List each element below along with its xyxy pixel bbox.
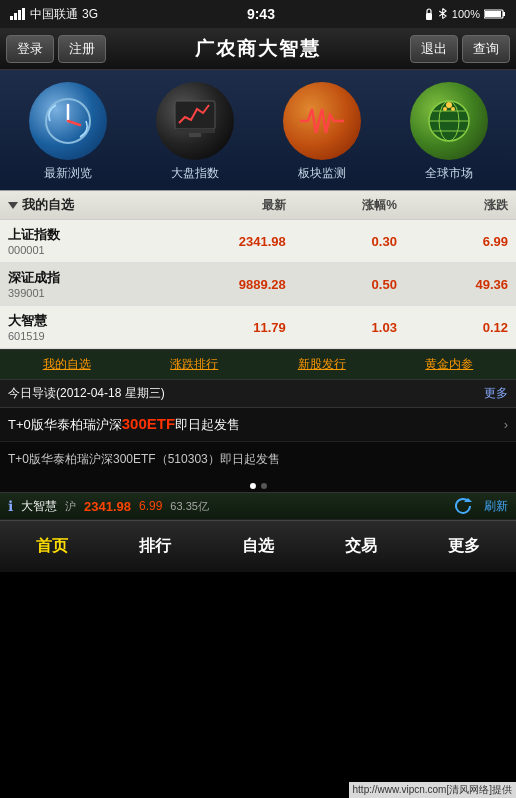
tab-watchlist[interactable]: 我的自选: [4, 354, 130, 375]
watermark: http://www.vipcn.com[清风网络]提供: [349, 782, 516, 798]
svg-rect-13: [189, 133, 201, 137]
news-body-text: T+0版华泰柏瑞沪深300ETF（510303）即日起发售: [8, 452, 280, 466]
stock-code-2: 601519: [8, 330, 175, 342]
stock-name-area-1: 深证成指 399001: [8, 269, 175, 299]
tab-ipo[interactable]: 新股发行: [259, 354, 385, 375]
stock-name-area-2: 大智慧 601519: [8, 312, 175, 342]
register-button[interactable]: 注册: [58, 35, 106, 63]
stock-change-1: 49.36: [397, 277, 508, 292]
collapse-icon: [8, 202, 18, 209]
news-headline-highlight: 300ETF: [122, 415, 175, 432]
bluetooth-icon: [438, 8, 448, 20]
watchlist-col-changepct: 涨幅%: [286, 197, 397, 214]
status-carrier: 中国联通 3G: [10, 6, 98, 23]
info-bar: ℹ 大智慧 沪 2341.98 6.99 63.35亿 刷新: [0, 492, 516, 520]
stock-changepct-1: 0.50: [286, 277, 397, 292]
news-header: 今日导读(2012-04-18 星期三) 更多: [0, 380, 516, 408]
latest-browse-label: 最新浏览: [44, 165, 92, 182]
status-right: 100%: [424, 8, 506, 20]
global-market-icon: [410, 82, 488, 160]
watchlist-title-area[interactable]: 我的自选: [8, 196, 175, 214]
icon-grid: 最新浏览 大盘指数 板块监测: [0, 70, 516, 190]
stock-price-2: 11.79: [175, 320, 286, 335]
stock-name-area-0: 上证指数 000001: [8, 226, 175, 256]
stock-name-1: 深证成指: [8, 269, 175, 287]
news-headline-pre: T+0版华泰柏瑞沪深: [8, 417, 122, 432]
stock-row-1[interactable]: 深证成指 399001 9889.28 0.50 49.36: [0, 263, 516, 306]
refresh-icon: [454, 497, 472, 515]
news-body-item[interactable]: T+0版华泰柏瑞沪深300ETF（510303）即日起发售: [0, 442, 516, 480]
dots-row: [0, 480, 516, 492]
svg-rect-3: [22, 8, 25, 20]
svg-rect-1: [14, 13, 17, 20]
dot-1: [250, 483, 256, 489]
news-more-button[interactable]: 更多: [484, 385, 508, 402]
stock-changepct-0: 0.30: [286, 234, 397, 249]
info-volume: 63.35亿: [170, 499, 209, 514]
news-arrow-icon: ›: [504, 417, 508, 432]
nav-home[interactable]: 首页: [0, 526, 103, 567]
stock-change-2: 0.12: [397, 320, 508, 335]
news-headline-text: T+0版华泰柏瑞沪深300ETF即日起发售: [8, 415, 240, 434]
battery-icon: [484, 8, 506, 20]
stock-name-0: 上证指数: [8, 226, 175, 244]
latest-browse-icon: [29, 82, 107, 160]
lock-icon: [424, 8, 434, 20]
info-change: 6.99: [139, 499, 162, 513]
info-brand: 大智慧: [21, 498, 57, 515]
tab-ranking[interactable]: 涨跌排行: [132, 354, 258, 375]
sector-monitor-label: 板块监测: [298, 165, 346, 182]
news-headline-post: 即日起发售: [175, 417, 240, 432]
bottom-nav: 首页 排行 自选 交易 更多: [0, 520, 516, 572]
nav-watchlist[interactable]: 自选: [206, 526, 309, 567]
nav-trade[interactable]: 交易: [310, 526, 413, 567]
tab-gold[interactable]: 黄金内参: [387, 354, 513, 375]
sector-monitor-icon: [283, 82, 361, 160]
icon-global-market[interactable]: 全球市场: [410, 82, 488, 182]
status-time: 9:43: [247, 6, 275, 22]
news-section: 今日导读(2012-04-18 星期三) 更多 T+0版华泰柏瑞沪深300ETF…: [0, 380, 516, 480]
watchlist-title: 我的自选: [22, 196, 74, 214]
svg-rect-4: [426, 13, 432, 20]
stock-row-0[interactable]: 上证指数 000001 2341.98 0.30 6.99: [0, 220, 516, 263]
watchlist-header: 我的自选 最新 涨幅% 涨跌: [0, 190, 516, 220]
logout-button[interactable]: 退出: [410, 35, 458, 63]
stock-price-1: 9889.28: [175, 277, 286, 292]
query-button[interactable]: 查询: [462, 35, 510, 63]
svg-rect-7: [503, 12, 505, 16]
battery-label: 100%: [452, 8, 480, 20]
icon-sector-monitor[interactable]: 板块监测: [283, 82, 361, 182]
network-label: 3G: [82, 7, 98, 21]
stock-row-2[interactable]: 大智慧 601519 11.79 1.03 0.12: [0, 306, 516, 349]
news-date-label: 今日导读(2012-04-18 星期三): [8, 385, 165, 402]
stock-code-0: 000001: [8, 244, 175, 256]
header: 登录 注册 广农商大智慧 退出 查询: [0, 28, 516, 70]
icon-latest-browse[interactable]: 最新浏览: [29, 82, 107, 182]
stock-price-0: 2341.98: [175, 234, 286, 249]
svg-rect-2: [18, 10, 21, 20]
status-bar: 中国联通 3G 9:43 100%: [0, 0, 516, 28]
global-market-label: 全球市场: [425, 165, 473, 182]
icon-market-index[interactable]: 大盘指数: [156, 82, 234, 182]
watchlist-col-change: 涨跌: [397, 197, 508, 214]
stock-change-0: 6.99: [397, 234, 508, 249]
stock-name-2: 大智慧: [8, 312, 175, 330]
app-title: 广农商大智慧: [106, 36, 410, 62]
news-headline-item[interactable]: T+0版华泰柏瑞沪深300ETF即日起发售 ›: [0, 408, 516, 442]
refresh-button[interactable]: 刷新: [484, 498, 508, 515]
tabs-bar: 我的自选 涨跌排行 新股发行 黄金内参: [0, 349, 516, 380]
svg-point-20: [451, 107, 455, 111]
carrier-label: 中国联通: [30, 6, 78, 23]
market-index-icon: [156, 82, 234, 160]
svg-line-10: [68, 121, 80, 125]
nav-more[interactable]: 更多: [413, 526, 516, 567]
dot-2: [261, 483, 267, 489]
login-button[interactable]: 登录: [6, 35, 54, 63]
nav-ranking[interactable]: 排行: [103, 526, 206, 567]
stock-code-1: 399001: [8, 287, 175, 299]
svg-rect-6: [485, 11, 501, 17]
info-market: 沪: [65, 499, 76, 514]
watchlist-body: 上证指数 000001 2341.98 0.30 6.99 深证成指 39900…: [0, 220, 516, 349]
signal-icon: [10, 8, 26, 20]
watchlist-col-price: 最新: [175, 197, 286, 214]
